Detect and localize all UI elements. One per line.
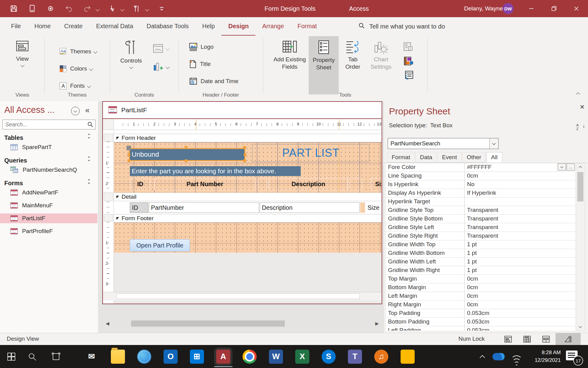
property-row[interactable]: Left Padding 0.053cm … <box>386 326 575 331</box>
app-file-explorer[interactable] <box>111 350 125 364</box>
customize-dropdown-icon[interactable] <box>145 7 149 11</box>
ribbon-tab[interactable]: Create <box>58 17 89 35</box>
redo-icon[interactable] <box>82 3 92 14</box>
taskbar-clock[interactable]: 8:28 AM 12/29/2021 <box>528 349 561 364</box>
property-row[interactable]: Left Margin 0cm … <box>386 292 575 301</box>
scroll-left-icon[interactable]: ◀ <box>104 320 111 327</box>
ribbon-tab[interactable]: External Data <box>89 17 140 35</box>
tell-me-box[interactable]: Tell me what you want to do <box>358 17 445 36</box>
nav-item-form[interactable]: PartProfileF <box>0 226 97 236</box>
unbound-textbox-selected[interactable]: Unbound <box>129 148 245 161</box>
undo-icon[interactable] <box>64 3 74 14</box>
property-tab[interactable]: Data <box>415 152 437 163</box>
close-button[interactable] <box>568 0 585 17</box>
design-view-button[interactable] <box>556 333 581 345</box>
qat-overflow-icon[interactable] <box>156 3 167 14</box>
nav-item-form[interactable]: PartListF <box>0 213 97 223</box>
record-icon[interactable] <box>45 3 56 14</box>
property-row[interactable]: Is Hyperlink No … <box>386 180 575 189</box>
shutter-bar-close-icon[interactable]: « <box>85 105 89 115</box>
onedrive-icon[interactable] <box>492 345 505 368</box>
search-input[interactable] <box>3 121 85 128</box>
nav-item-table[interactable]: SparePartT <box>0 142 97 152</box>
form-header-section-bar[interactable]: Form Header <box>114 134 382 142</box>
open-part-profile-button[interactable]: Open Part Profile <box>130 239 190 251</box>
form-horizontal-scrollbar[interactable] <box>103 292 382 301</box>
spacer-box[interactable] <box>258 178 267 190</box>
themes-button[interactable]: Aa Themes <box>59 47 97 56</box>
property-row[interactable]: Right Margin 0cm … <box>386 301 575 309</box>
app-skype[interactable]: S <box>322 350 336 364</box>
detail-field-description[interactable]: Description <box>260 202 360 213</box>
property-row[interactable]: Gridline Width Top 1 pt … <box>386 240 575 249</box>
tables-section-header[interactable]: Tables ⌃⌃ <box>0 134 98 142</box>
property-row[interactable]: Gridline Width Bottom 1 pt … <box>386 249 575 258</box>
app-photos[interactable] <box>401 350 415 364</box>
property-row[interactable]: Display As Hyperlink If Hyperlink … <box>386 189 575 197</box>
app-excel[interactable]: X <box>295 350 309 364</box>
ribbon-tab[interactable]: Arrange <box>255 17 291 35</box>
property-sheet-scrollbar[interactable] <box>576 163 585 331</box>
convert-macros-icon[interactable] <box>403 70 414 82</box>
property-sheet-button[interactable]: Property Sheet <box>309 36 339 94</box>
ribbon-tab[interactable]: File <box>4 17 28 35</box>
builder-icon[interactable]: … <box>567 163 575 171</box>
insert-chart-button[interactable] <box>153 61 169 72</box>
view-button[interactable]: View <box>9 40 36 67</box>
user-avatar[interactable]: DW <box>503 3 514 14</box>
object-selector-combo[interactable]: PartNumberSearch <box>388 138 499 149</box>
nav-item-form[interactable]: AddNewPartF <box>0 188 97 197</box>
app-chrome[interactable] <box>243 350 257 364</box>
add-existing-fields-button[interactable]: Add Existing Fields <box>272 40 307 71</box>
property-tab[interactable]: Event <box>437 152 462 163</box>
scroll-right-icon[interactable]: ▶ <box>374 320 380 327</box>
app-teams[interactable]: T <box>348 350 362 364</box>
ribbon-tab[interactable]: Database Tools <box>140 17 196 35</box>
property-row[interactable]: Bottom Margin 0cm … <box>386 283 575 292</box>
scrollbar-thumb[interactable] <box>131 320 285 327</box>
controls-button[interactable]: Controls <box>117 40 145 68</box>
form-view-button[interactable] <box>499 333 518 345</box>
property-row[interactable]: Gridline Style Right Transparent … <box>386 232 575 240</box>
logo-button[interactable]: Logo <box>189 42 213 52</box>
document-horizontal-scrollbar[interactable]: ◀ ▶ <box>103 319 382 328</box>
app-media-player[interactable]: ♫ <box>374 350 388 364</box>
tab-order-button[interactable]: Tab Order <box>341 40 365 71</box>
ribbon-tab[interactable]: Format <box>291 17 323 35</box>
property-tab[interactable]: All <box>486 152 502 163</box>
form-footer-section-bar[interactable]: Form Footer <box>114 214 382 223</box>
title-button[interactable]: Title <box>189 59 211 69</box>
layout-view-button[interactable] <box>537 333 556 345</box>
column-header-description[interactable]: Description <box>269 178 348 190</box>
ribbon-tab[interactable]: Home <box>28 17 57 35</box>
detail-surface[interactable]: ID PartNumber Description Size <box>114 201 382 214</box>
property-row[interactable]: Hyperlink Target … <box>386 197 575 206</box>
column-header-part-number[interactable]: Part Number <box>154 178 255 190</box>
datasheet-view-button[interactable] <box>518 333 537 345</box>
close-icon[interactable]: ✕ <box>578 103 586 111</box>
nav-item-form[interactable]: MainMenuF <box>0 201 97 210</box>
redo-dropdown-icon[interactable] <box>96 7 100 11</box>
property-row[interactable]: Top Margin 0cm … <box>386 275 575 283</box>
forms-section-header[interactable]: Forms ⌃⌃ <box>0 179 98 188</box>
property-row[interactable]: Line Spacing 0cm … <box>386 172 575 180</box>
queries-section-header[interactable]: Queries ⌃⌃ <box>0 156 98 165</box>
property-row[interactable]: Bottom Padding 0.053cm … <box>386 318 575 326</box>
form-title-label[interactable]: PART LIST <box>252 144 369 162</box>
property-row[interactable]: Top Padding 0.053cm … <box>386 309 575 318</box>
app-mail[interactable]: ✉ <box>85 350 99 364</box>
date-and-time-button[interactable]: Date and Time <box>189 77 239 86</box>
touch-keyboard-icon[interactable] <box>27 3 37 14</box>
insert-image-button[interactable] <box>153 44 169 53</box>
minimize-button[interactable] <box>523 0 540 17</box>
column-header-size[interactable]: Size <box>371 178 382 190</box>
form-footer-surface[interactable]: Open Part Profile <box>114 223 382 253</box>
property-tab[interactable]: Format <box>387 152 415 163</box>
scrollbar-thumb[interactable] <box>116 293 360 299</box>
collapse-ribbon-icon[interactable] <box>573 90 582 97</box>
ribbon-tab[interactable]: Help <box>195 17 221 35</box>
property-tab[interactable]: Other <box>462 152 486 163</box>
nav-pane-title[interactable]: All Access ... <box>4 105 55 115</box>
nav-menu-dropdown-icon[interactable] <box>71 107 80 115</box>
move-handle[interactable] <box>126 146 131 150</box>
